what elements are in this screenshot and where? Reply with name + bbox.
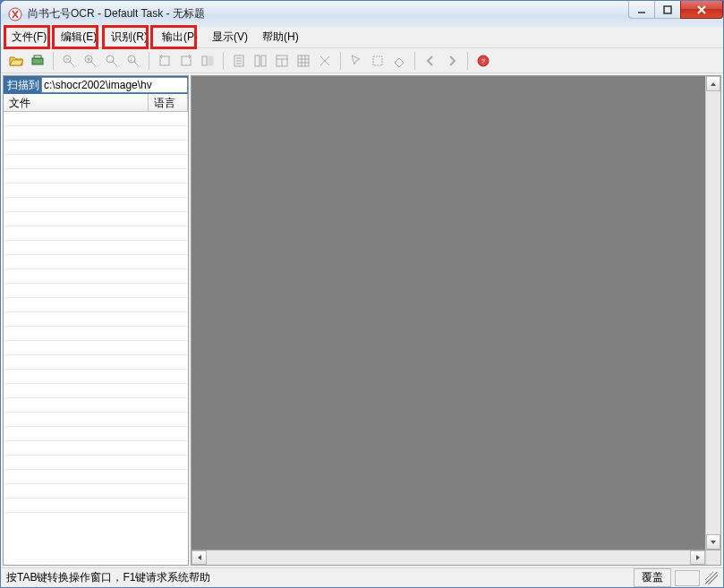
list-item: [4, 312, 188, 327]
list-item: [4, 226, 188, 241]
toolbar-separator: [223, 52, 224, 70]
toolbar-separator: [467, 52, 468, 70]
tool-select-icon[interactable]: [346, 51, 366, 71]
toolbar-separator: [340, 52, 341, 70]
list-item: [4, 112, 188, 126]
svg-rect-19: [160, 56, 169, 65]
window-controls: [629, 1, 723, 19]
tool-help-icon[interactable]: ?: [473, 51, 493, 71]
svg-text:1: 1: [130, 56, 132, 62]
list-item: [4, 341, 188, 355]
list-item: [4, 370, 188, 384]
image-canvas[interactable]: [192, 76, 705, 550]
tool-open-icon[interactable]: [6, 51, 26, 71]
svg-rect-32: [298, 55, 309, 66]
image-viewport: [191, 75, 721, 550]
tool-prev-icon[interactable]: [421, 51, 440, 71]
svg-point-10: [85, 55, 92, 63]
tool-scan-icon[interactable]: [28, 51, 47, 71]
list-item: [4, 398, 188, 413]
toolbar-separator: [149, 52, 149, 70]
file-list-header: 文件 语言: [4, 94, 188, 112]
svg-text:?: ?: [481, 57, 486, 65]
scroll-left-icon[interactable]: [192, 550, 207, 565]
svg-rect-2: [664, 6, 671, 13]
scroll-up-icon[interactable]: [706, 76, 720, 91]
tool-zoom-actual-icon[interactable]: 1: [124, 51, 143, 71]
svg-rect-27: [255, 55, 260, 66]
tool-zoom-out-icon[interactable]: [59, 51, 79, 71]
tool-rotate-left-icon[interactable]: [155, 51, 175, 71]
menu-edit[interactable]: 编辑(E): [54, 27, 104, 47]
status-hint: 按TAB键转换操作窗口，F1键请求系统帮助: [6, 570, 210, 585]
svg-rect-21: [202, 56, 207, 65]
svg-point-14: [106, 55, 114, 63]
window-title: 尚书七号OCR - Default Task - 无标题: [28, 6, 205, 21]
tool-table-icon[interactable]: [294, 51, 313, 71]
list-item: [4, 141, 188, 155]
scan-path-input[interactable]: [41, 77, 188, 93]
svg-rect-37: [373, 56, 382, 65]
list-item: [4, 269, 188, 284]
menu-view[interactable]: 显示(V): [205, 27, 255, 47]
col-header-file[interactable]: 文件: [4, 94, 149, 111]
tool-rotate-right-icon[interactable]: [176, 51, 196, 71]
list-item: [4, 470, 188, 484]
list-item: [4, 355, 188, 370]
tool-zoom-fit-icon[interactable]: [102, 51, 122, 71]
list-item: [4, 255, 188, 269]
list-item: [4, 427, 188, 441]
list-item: [4, 499, 188, 513]
tool-page-icon[interactable]: [229, 51, 249, 71]
svg-point-7: [64, 55, 71, 63]
tool-flip-icon[interactable]: [198, 51, 217, 71]
list-item: [4, 169, 188, 183]
minimize-button[interactable]: [628, 1, 655, 19]
file-list-body[interactable]: [4, 112, 188, 565]
menu-output[interactable]: 输出(P): [155, 27, 205, 47]
svg-line-15: [113, 62, 117, 66]
svg-rect-6: [34, 55, 41, 58]
scan-label: 扫描到: [5, 78, 41, 93]
menu-help[interactable]: 帮助(H): [255, 27, 306, 47]
list-item: [4, 241, 188, 255]
file-list-pane: 扫描到 文件 语言: [3, 75, 189, 566]
toolbar-separator: [414, 52, 415, 70]
tool-zoom-in-icon[interactable]: [81, 51, 100, 71]
menu-recognize[interactable]: 识别(R): [104, 27, 155, 47]
tool-columns-icon[interactable]: [251, 51, 270, 71]
scroll-corner: [705, 550, 720, 565]
status-empty-panel: [675, 570, 700, 586]
list-item: [4, 298, 188, 312]
main-content: 扫描到 文件 语言: [1, 73, 723, 567]
col-header-lang[interactable]: 语言: [149, 94, 188, 111]
scroll-right-icon[interactable]: [690, 550, 705, 565]
list-item: [4, 212, 188, 226]
image-pane: [191, 75, 721, 566]
svg-rect-29: [277, 55, 287, 66]
tool-region-icon[interactable]: [368, 51, 388, 71]
scroll-down-icon[interactable]: [706, 534, 720, 550]
list-item: [4, 284, 188, 298]
tool-layout-icon[interactable]: [272, 51, 292, 71]
list-item: [4, 456, 188, 470]
tool-clear-icon[interactable]: [315, 51, 335, 71]
scroll-track[interactable]: [706, 91, 720, 534]
maximize-button[interactable]: [654, 1, 681, 19]
list-item: [4, 441, 188, 456]
scroll-track[interactable]: [207, 550, 690, 565]
vertical-scrollbar[interactable]: [705, 76, 720, 550]
list-item: [4, 198, 188, 212]
close-button[interactable]: [680, 1, 723, 19]
scan-destination-row: 扫描到: [4, 76, 188, 94]
menu-file[interactable]: 文件(F): [4, 27, 54, 47]
tool-next-icon[interactable]: [442, 51, 462, 71]
svg-rect-22: [209, 56, 213, 65]
status-bar: 按TAB键转换操作窗口，F1键请求系统帮助 覆盖: [1, 567, 723, 587]
horizontal-scrollbar[interactable]: [191, 550, 721, 566]
svg-line-11: [91, 62, 96, 66]
list-item: [4, 413, 188, 427]
tool-eraser-icon[interactable]: [389, 51, 409, 71]
resize-grip-icon[interactable]: [705, 572, 718, 584]
toolbar-separator: [53, 52, 54, 70]
